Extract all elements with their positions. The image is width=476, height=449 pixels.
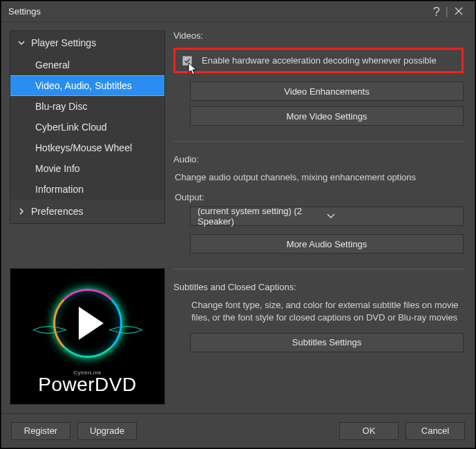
audio-desc: Change audio output channels, mixing enh… bbox=[175, 171, 462, 184]
ok-button[interactable]: OK bbox=[339, 422, 399, 440]
subtitles-section-title: Subtitles and Closed Captions: bbox=[173, 282, 464, 292]
register-button[interactable]: Register bbox=[11, 422, 70, 440]
nav-item-video-audio-subtitles[interactable]: Video, Audio, Subtitles bbox=[10, 75, 164, 96]
subtitles-desc: Change font type, size, and color for ex… bbox=[191, 299, 462, 324]
subtitles-settings-button[interactable]: Subtitles Settings bbox=[190, 333, 464, 352]
chevron-right-icon bbox=[17, 208, 26, 215]
audio-section-title: Audio: bbox=[173, 154, 464, 164]
audio-output-select[interactable]: (current system setting) (2 Speaker) bbox=[190, 207, 464, 226]
chevron-down-icon bbox=[17, 39, 26, 46]
product-logo: CyberLink PowerDVD bbox=[10, 268, 165, 405]
play-icon bbox=[79, 307, 104, 340]
chevron-down-icon bbox=[327, 212, 456, 220]
upgrade-button[interactable]: Upgrade bbox=[77, 422, 137, 440]
nav-item-general[interactable]: General bbox=[10, 55, 164, 75]
highlighted-option: Enable hardware acceleration decoding wh… bbox=[173, 48, 464, 73]
nav-group-label: Player Settings bbox=[31, 37, 96, 48]
titlebar: Settings ? | bbox=[1, 1, 475, 22]
output-label: Output: bbox=[175, 192, 462, 202]
nav-item-movie-info[interactable]: Movie Info bbox=[10, 158, 164, 179]
nav-group-label: Preferences bbox=[31, 206, 83, 217]
enable-hw-accel-label: Enable hardware acceleration decoding wh… bbox=[202, 55, 437, 66]
divider bbox=[173, 141, 464, 142]
nav-item-cyberlink-cloud[interactable]: CyberLink Cloud bbox=[10, 117, 164, 137]
nav-group-player-settings[interactable]: Player Settings bbox=[10, 31, 164, 55]
window-title: Settings bbox=[8, 6, 429, 17]
cancel-button[interactable]: Cancel bbox=[406, 422, 465, 440]
nav-group-preferences[interactable]: Preferences bbox=[10, 200, 164, 223]
more-video-settings-button[interactable]: More Video Settings bbox=[190, 106, 464, 126]
dialog-footer: Register Upgrade OK Cancel bbox=[1, 413, 475, 448]
more-audio-settings-button[interactable]: More Audio Settings bbox=[190, 234, 464, 254]
videos-section-title: Videos: bbox=[173, 30, 464, 41]
settings-nav: Player Settings General Video, Audio, Su… bbox=[10, 30, 165, 224]
enable-hw-accel-checkbox[interactable] bbox=[182, 56, 192, 66]
help-button[interactable]: ? bbox=[429, 6, 444, 18]
nav-item-information[interactable]: Information bbox=[10, 179, 164, 200]
logo-text: CyberLink PowerDVD bbox=[38, 372, 136, 399]
nav-item-hotkeys-mouse-wheel[interactable]: Hotkeys/Mouse Wheel bbox=[10, 137, 164, 158]
video-enhancements-button[interactable]: Video Enhancements bbox=[190, 82, 464, 101]
audio-output-value: (current system setting) (2 Speaker) bbox=[198, 206, 327, 227]
close-button[interactable] bbox=[450, 6, 468, 18]
titlebar-separator: | bbox=[444, 6, 450, 18]
divider bbox=[173, 269, 464, 269]
nav-item-bluray-disc[interactable]: Blu-ray Disc bbox=[10, 96, 164, 117]
